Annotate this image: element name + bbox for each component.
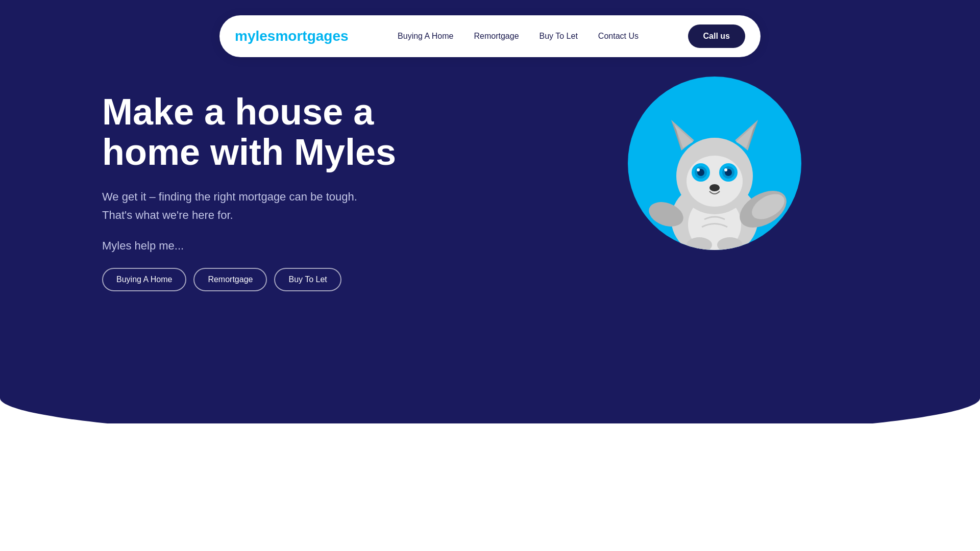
bottom-area bbox=[0, 423, 980, 551]
logo-part1: myles bbox=[235, 28, 275, 44]
hero-description: We get it – finding the right mortgage c… bbox=[102, 188, 388, 223]
logo-part2: mortgages bbox=[275, 28, 348, 44]
svg-point-21 bbox=[709, 184, 720, 191]
nav-item-buying-home[interactable]: Buying A Home bbox=[398, 32, 453, 41]
nav-link-contact[interactable]: Contact Us bbox=[598, 32, 639, 40]
nav-item-buy-to-let[interactable]: Buy To Let bbox=[540, 32, 578, 41]
hero-buttons: Buying A Home Remortgage Buy To Let bbox=[102, 268, 449, 291]
fox-mascot-svg bbox=[633, 87, 796, 250]
svg-point-12 bbox=[687, 156, 743, 207]
hero-btn-buy-to-let[interactable]: Buy To Let bbox=[274, 268, 341, 291]
nav-item-contact[interactable]: Contact Us bbox=[598, 32, 639, 41]
svg-point-16 bbox=[697, 168, 700, 171]
fox-mascot-container bbox=[628, 77, 801, 250]
hero-title: Make a house a home with Myles bbox=[102, 92, 449, 172]
hero-help-label: Myles help me... bbox=[102, 239, 449, 253]
hero-content: Make a house a home with Myles We get it… bbox=[102, 92, 449, 291]
nav-link-buying-home[interactable]: Buying A Home bbox=[398, 32, 453, 40]
logo[interactable]: mylesmortgages bbox=[235, 28, 349, 44]
nav-link-remortgage[interactable]: Remortgage bbox=[474, 32, 519, 40]
svg-point-20 bbox=[724, 168, 727, 171]
nav-links: Buying A Home Remortgage Buy To Let Cont… bbox=[398, 32, 639, 41]
hero-btn-buying-home[interactable]: Buying A Home bbox=[102, 268, 186, 291]
call-us-button[interactable]: Call us bbox=[688, 24, 745, 48]
hero-btn-remortgage[interactable]: Remortgage bbox=[193, 268, 267, 291]
navbar: mylesmortgages Buying A Home Remortgage … bbox=[219, 15, 761, 57]
nav-link-buy-to-let[interactable]: Buy To Let bbox=[540, 32, 578, 40]
nav-item-remortgage[interactable]: Remortgage bbox=[474, 32, 519, 41]
